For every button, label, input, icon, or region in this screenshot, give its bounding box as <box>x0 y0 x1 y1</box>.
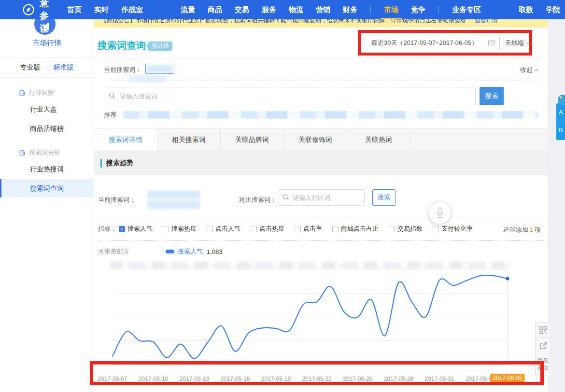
nav-item[interactable]: 实时 <box>94 0 109 19</box>
redacted-word-shadow <box>129 75 167 83</box>
nav-item[interactable]: 竞争 <box>411 0 425 19</box>
feedback-button[interactable]: 意见 反馈 <box>535 353 551 376</box>
nav-item[interactable]: 业务专区 <box>452 0 481 19</box>
metric-label: 点击热度 <box>259 224 284 233</box>
tab[interactable]: 关联品牌词 <box>221 128 284 151</box>
nav-item[interactable]: 营销 <box>316 0 330 19</box>
sidebar-item[interactable]: 搜索词查询 <box>0 179 94 197</box>
document-icon <box>19 150 26 156</box>
compare-word-input[interactable] <box>279 189 365 206</box>
checkbox-checked-icon: ✓ <box>119 226 125 232</box>
app-logo-icon[interactable] <box>22 3 35 16</box>
terminal-dropdown[interactable]: 无线端 <box>504 36 531 50</box>
metrics-row: 指标： ✓搜索人气搜索热度点击人气点击热度点击率商城点击占比交易指数支付转化率 … <box>98 218 544 241</box>
collapse-toggle[interactable]: 收起 <box>520 66 538 74</box>
metric-checkbox[interactable]: 点击热度 <box>251 224 284 233</box>
nav-spacer <box>149 10 174 10</box>
nav-item[interactable]: 首页 <box>67 0 82 19</box>
trend-current-word-label: 当前搜索词： <box>98 196 136 204</box>
line-chart <box>105 266 530 371</box>
nav-items: 首页实时作战室流量商品交易服务物流营销财务市场竞争业务专区取数学院 <box>61 0 565 19</box>
share-icon <box>539 342 547 350</box>
checkbox-icon <box>332 226 339 232</box>
nav-item[interactable]: 财务 <box>343 0 357 19</box>
nav-divider <box>438 6 439 14</box>
nav-item[interactable]: 物流 <box>289 0 303 19</box>
current-date-tag: 2017-06-05 <box>490 374 524 382</box>
trend-controls: 当前搜索词： 对比搜索词： 搜索 <box>94 193 548 216</box>
metric-checkbox[interactable]: 商城点击占比 <box>332 224 379 233</box>
legend-value: 1,083 <box>207 248 223 255</box>
customer-service-tabs: A B <box>556 103 565 140</box>
x-tick-label: 2017-05-07 <box>98 376 127 382</box>
version-tab[interactable]: 标准版 <box>54 63 74 72</box>
sidebar-item[interactable]: 商品店铺榜 <box>0 119 94 138</box>
sidebar-item[interactable]: 行业热搜词 <box>0 160 94 178</box>
nav-item[interactable]: 流量 <box>181 0 195 19</box>
checkbox-icon <box>251 226 257 232</box>
metric-checkbox[interactable]: 点击率 <box>295 224 322 233</box>
nav-item[interactable]: 取数 <box>519 0 533 19</box>
current-point-dot <box>506 277 509 280</box>
checkbox-icon <box>295 226 301 232</box>
nav-item[interactable]: 市场 <box>384 0 398 19</box>
metric-label: 点击人气 <box>215 224 240 233</box>
nav-divider <box>370 6 371 14</box>
sidebar-menu: 行业洞察行业大盘商品店铺榜搜索词分析行业热搜词搜索词查询 <box>0 88 94 197</box>
watermark <box>110 262 510 269</box>
metric-checkbox[interactable]: 点击人气 <box>207 224 240 233</box>
checkbox-icon <box>433 226 439 232</box>
voice-assistant-button[interactable] <box>428 201 451 224</box>
version-divider <box>47 64 47 71</box>
calendar-button[interactable]: 15 <box>484 36 500 50</box>
metrics-label: 指标： <box>98 224 117 233</box>
trend-current-word-redacted <box>147 191 200 209</box>
x-axis: 2017-05-072017-05-102017-05-132017-05-16… <box>105 371 530 386</box>
tab[interactable]: 关联修饰词 <box>284 128 347 151</box>
search-button[interactable]: 搜索 <box>480 87 504 105</box>
share-button[interactable] <box>535 337 551 353</box>
metric-checkbox[interactable]: 交易指数 <box>389 224 423 233</box>
nav-item[interactable]: 作战室 <box>121 0 143 19</box>
legend-name: 搜索人气 <box>178 247 203 256</box>
notice-bar: 【数据公告】市场行情近期部分行业类目数据调整，搜索词相关指标可能出现小幅波动，给… <box>94 19 548 28</box>
sidebar: 市场行情 专业版标准版 行业洞察行业大盘商品店铺榜搜索词分析行业热搜词搜索词查询 <box>0 19 94 392</box>
tab-bar: 搜索词详情相关搜索词关联品牌词关联修饰词关联热词 <box>94 128 548 151</box>
cs-tab[interactable]: B <box>556 121 565 139</box>
metric-checkbox[interactable]: ✓搜索人气 <box>119 224 153 233</box>
line-chart-svg <box>105 266 530 369</box>
sidebar-item[interactable]: 行业大盘 <box>0 100 94 118</box>
version-tab[interactable]: 专业版 <box>20 63 41 72</box>
recommended-words-redacted[interactable] <box>123 111 538 119</box>
add-metric-hint: 还能添加1项 <box>503 225 541 234</box>
dotted-divider <box>104 81 538 81</box>
date-range-button[interactable]: 最近30天（2017-05-07~2017-06-05） <box>365 36 484 50</box>
tab[interactable]: 搜索词详情 <box>94 128 157 151</box>
nav-item[interactable]: 学院 <box>546 0 560 19</box>
checkbox-icon <box>207 226 213 232</box>
search-icon <box>282 194 289 201</box>
brand-name[interactable]: 生意参谋 <box>40 0 49 35</box>
compare-search-button[interactable]: 搜索 <box>372 189 396 206</box>
nav-item[interactable]: 交易 <box>235 0 249 19</box>
calendar-icon: 15 <box>488 39 495 47</box>
cs-tab[interactable]: A <box>556 103 565 121</box>
tab[interactable]: 关联热词 <box>347 128 410 151</box>
notice-link[interactable]: 查看详情 <box>475 19 498 25</box>
search-input[interactable] <box>104 87 476 105</box>
trend-chart: 2017-05-072017-05-102017-05-132017-05-16… <box>105 266 530 386</box>
sidebar-group-header: 搜索词分析 <box>19 148 94 157</box>
chevron-down-icon <box>526 41 530 44</box>
nav-item[interactable]: 商品 <box>208 0 222 19</box>
qr-code-button[interactable] <box>535 322 551 338</box>
metric-checkbox[interactable]: 搜索热度 <box>163 224 197 233</box>
tab[interactable]: 相关搜索词 <box>157 128 221 151</box>
nav-item[interactable]: 服务 <box>262 0 276 19</box>
feedback-label: 意见 <box>537 357 549 364</box>
metric-checkbox[interactable]: 支付转化率 <box>433 224 473 233</box>
qr-code-icon <box>539 326 547 334</box>
microphone-icon <box>435 207 445 219</box>
customer-service-widget[interactable]: A B <box>556 95 565 140</box>
sidebar-group-header: 行业洞察 <box>19 88 94 97</box>
svg-text:15: 15 <box>490 43 494 46</box>
